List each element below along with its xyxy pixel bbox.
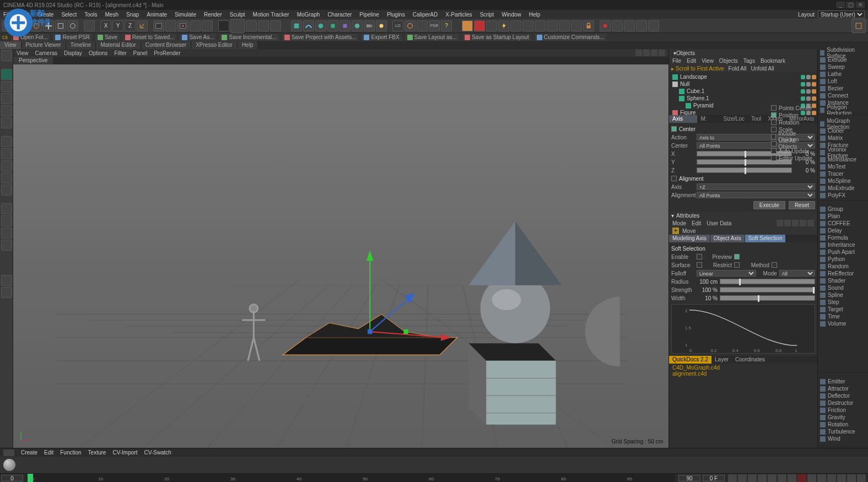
- script-5[interactable]: Save Incremental...: [219, 34, 278, 41]
- particle-deflector[interactable]: Deflector: [818, 392, 868, 399]
- menu-pipeline[interactable]: Pipeline: [359, 12, 379, 18]
- method-check[interactable]: [772, 262, 777, 268]
- timeline-ruler[interactable]: 010203040506070808590: [26, 474, 675, 483]
- render-view-button[interactable]: [153, 20, 164, 31]
- lod-button[interactable]: LO: [392, 20, 403, 31]
- obj-vis-dot[interactable]: [806, 75, 811, 79]
- cube-button[interactable]: [291, 20, 302, 31]
- object-mode-button[interactable]: [1, 81, 12, 92]
- scale-button[interactable]: [55, 20, 66, 31]
- surface-check[interactable]: [697, 262, 702, 268]
- psr-button[interactable]: PSR: [429, 20, 440, 31]
- texture-mode-button[interactable]: [1, 105, 12, 116]
- script-1[interactable]: Reset PSR: [53, 34, 91, 41]
- view-menu-filter[interactable]: Filter: [114, 50, 126, 56]
- lock-button[interactable]: [583, 20, 594, 31]
- obj-row-sphere-1[interactable]: Sphere.1: [670, 95, 816, 102]
- script-8[interactable]: Save Layout as...: [405, 34, 459, 41]
- view-nav-toggle-icon[interactable]: [659, 50, 665, 56]
- attr-tab-modeling-axis[interactable]: Modeling Axis: [669, 235, 710, 242]
- check-scale[interactable]: [771, 127, 777, 132]
- attr-tab-soft-selection[interactable]: Soft Selection: [745, 235, 786, 242]
- obj-vis-dot[interactable]: [801, 89, 805, 94]
- coord-system-button[interactable]: [137, 20, 148, 31]
- wand-button[interactable]: [486, 20, 497, 31]
- effector-step[interactable]: Step: [818, 299, 868, 306]
- effector-volume[interactable]: Volume: [818, 320, 868, 327]
- viewport-3d[interactable]: Grid Spacing : 50 cm: [13, 64, 668, 448]
- effector-push-apart[interactable]: Push Apart: [818, 248, 868, 256]
- obj-menu-tags[interactable]: Tags: [743, 58, 755, 64]
- generator-polygon-reduction[interactable]: Polygon Reduction: [818, 106, 868, 113]
- viewport-tab-perspective[interactable]: Perspective: [13, 57, 53, 64]
- material-menu-cv-import[interactable]: CV-Import: [112, 449, 137, 456]
- circle-anim-button[interactable]: [648, 20, 659, 31]
- material-shelf[interactable]: [0, 457, 868, 473]
- generator-lathe[interactable]: Lathe: [818, 71, 868, 78]
- menu-help[interactable]: Help: [529, 12, 541, 18]
- left-tab-content-browser[interactable]: Content Browser: [141, 41, 191, 49]
- generator-connect[interactable]: Connect: [818, 92, 868, 99]
- obj-row-landscape[interactable]: Landscape: [670, 73, 816, 80]
- point-mode-button[interactable]: [1, 136, 12, 147]
- obj-search-1[interactable]: Fold All: [729, 66, 747, 72]
- obj-vis-dot[interactable]: [801, 82, 805, 86]
- scale-ref-button[interactable]: [417, 20, 428, 31]
- view-nav-pan-icon[interactable]: [635, 50, 642, 56]
- mograph-voronoi-fracture[interactable]: Voronoi Fracture: [818, 149, 868, 156]
- axis-x-button[interactable]: X: [100, 20, 111, 31]
- mograph-mograph-selection[interactable]: MoGraph Selection: [818, 120, 868, 127]
- strength-slider[interactable]: [720, 287, 815, 293]
- obj-vis-dot[interactable]: [806, 82, 811, 86]
- record-key-button[interactable]: [797, 474, 806, 482]
- red-tool-button[interactable]: [474, 20, 485, 31]
- obj-row-null[interactable]: Null: [670, 80, 816, 88]
- generator-button[interactable]: [327, 20, 338, 31]
- view-menu-options[interactable]: Options: [89, 50, 107, 56]
- attr-up-button[interactable]: [792, 220, 799, 226]
- menu-mograph[interactable]: MoGraph: [297, 12, 320, 18]
- generator-subdivision-surface[interactable]: Subdivision Surface: [818, 49, 868, 56]
- obj-search-0[interactable]: ▸ Scroll to First Active: [671, 66, 724, 72]
- align-select[interactable]: All Points: [697, 192, 815, 198]
- polygon-mode-button[interactable]: [1, 160, 12, 171]
- time-cur-field[interactable]: 0 F: [703, 475, 725, 481]
- particle-destructor[interactable]: Destructor: [818, 399, 868, 407]
- check-points-center[interactable]: [771, 105, 777, 111]
- environment-button[interactable]: [352, 20, 363, 31]
- axis-z-button[interactable]: Z: [125, 20, 136, 31]
- picture-viewer-button[interactable]: [202, 20, 213, 31]
- model-mode-button[interactable]: [1, 69, 12, 80]
- axis-tab-0[interactable]: Axis Center: [669, 115, 697, 123]
- obj-menu-objects[interactable]: Objects: [719, 58, 738, 64]
- quickdocs-body[interactable]: C4D_MoGraph.c4dalignment.c4d: [669, 364, 817, 378]
- quick-tab-2[interactable]: Coordinates: [732, 356, 768, 364]
- joint-button[interactable]: [510, 20, 521, 31]
- material-menu-function[interactable]: Function: [60, 449, 81, 456]
- render-settings-button[interactable]: [190, 20, 201, 31]
- attr-new-button[interactable]: [800, 220, 806, 226]
- left-tab-xpresso-editor[interactable]: XPresso Editor: [191, 41, 238, 49]
- globe-anim-button[interactable]: [636, 20, 647, 31]
- effector-time[interactable]: Time: [818, 313, 868, 320]
- attr-mode-edit[interactable]: Edit: [692, 220, 701, 226]
- check-auto-update[interactable]: [771, 148, 777, 154]
- check-rotation[interactable]: [771, 120, 777, 125]
- material-preview-ball[interactable]: [3, 459, 15, 471]
- spline-button[interactable]: [303, 20, 314, 31]
- center-check[interactable]: [671, 126, 677, 132]
- weight-button[interactable]: [522, 20, 533, 31]
- width-value[interactable]: 10 %: [697, 295, 718, 301]
- deformer-button[interactable]: [339, 20, 351, 31]
- attr-mode-mode[interactable]: Mode: [672, 220, 686, 226]
- select-frame-button[interactable]: [571, 20, 582, 31]
- effector-target[interactable]: Target: [818, 306, 868, 313]
- paint-button[interactable]: [535, 20, 546, 31]
- view-menu-panel[interactable]: Panel: [133, 50, 148, 56]
- menu-caliperad[interactable]: CaliperAD: [413, 12, 438, 18]
- mograph-tracer[interactable]: Tracer: [818, 170, 868, 177]
- axis-Z-value[interactable]: 0 %: [794, 167, 815, 174]
- autokey-button[interactable]: [624, 20, 635, 31]
- enable-check[interactable]: [697, 254, 702, 259]
- radius-slider[interactable]: [720, 279, 815, 284]
